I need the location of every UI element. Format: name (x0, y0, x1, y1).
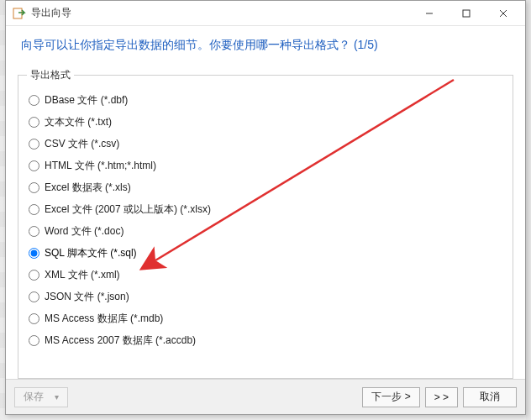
maximize-button[interactable] (448, 2, 485, 25)
format-label: Word 文件 (*.doc) (45, 224, 124, 239)
format-radio[interactable] (29, 291, 39, 302)
export-format-legend: 导出格式 (27, 68, 74, 82)
titlebar: 导出向导 (6, 1, 525, 26)
format-option[interactable]: DBase 文件 (*.dbf) (27, 89, 504, 111)
format-label: SQL 脚本文件 (*.sql) (45, 246, 137, 260)
format-radio[interactable] (29, 182, 39, 193)
background-edge-right (526, 0, 531, 420)
export-wizard-window: 导出向导 向导可以让你指定导出数据的细节。你要使用哪一种导出格式？ (1/5) … (5, 0, 526, 415)
format-radio[interactable] (29, 226, 39, 237)
save-button-label: 保存 (24, 391, 44, 402)
format-radio[interactable] (29, 313, 39, 324)
svg-rect-0 (13, 8, 22, 18)
format-option[interactable]: Excel 文件 (2007 或以上版本) (*.xlsx) (27, 198, 504, 220)
format-radio[interactable] (29, 270, 39, 281)
cancel-button[interactable]: 取消 (463, 387, 517, 407)
format-radio[interactable] (29, 117, 39, 128)
format-label: DBase 文件 (*.dbf) (45, 93, 128, 108)
format-option[interactable]: Excel 数据表 (*.xls) (27, 176, 504, 198)
format-option[interactable]: CSV 文件 (*.csv) (27, 133, 504, 155)
skip-button[interactable]: > > (425, 387, 458, 407)
format-option[interactable]: SQL 脚本文件 (*.sql) (27, 242, 504, 264)
format-label: JSON 文件 (*.json) (45, 290, 129, 304)
window-title: 导出向导 (31, 6, 411, 20)
format-radio[interactable] (29, 160, 39, 171)
export-wizard-icon (13, 7, 26, 20)
format-label: CSV 文件 (*.csv) (45, 137, 119, 151)
dropdown-icon: ▾ (55, 392, 59, 402)
format-label: Excel 文件 (2007 或以上版本) (*.xlsx) (45, 202, 211, 217)
save-button[interactable]: 保存 ▾ (14, 387, 68, 407)
close-button[interactable] (485, 2, 522, 25)
export-format-group: 导出格式 DBase 文件 (*.dbf)文本文件 (*.txt)CSV 文件 … (18, 68, 513, 379)
next-button[interactable]: 下一步 > (362, 387, 419, 407)
format-radio[interactable] (29, 139, 39, 150)
svg-rect-2 (463, 10, 470, 17)
format-label: HTML 文件 (*.htm;*.html) (45, 159, 156, 173)
wizard-heading: 向导可以让你指定导出数据的细节。你要使用哪一种导出格式？ (1/5) (6, 26, 525, 61)
format-option[interactable]: HTML 文件 (*.htm;*.html) (27, 155, 504, 176)
window-controls (411, 2, 522, 25)
format-option[interactable]: XML 文件 (*.xml) (27, 264, 504, 286)
format-option[interactable]: 文本文件 (*.txt) (27, 111, 504, 133)
minimize-button[interactable] (411, 2, 448, 25)
wizard-footer: 保存 ▾ 下一步 > > > 取消 (6, 379, 525, 414)
format-label: Excel 数据表 (*.xls) (45, 181, 131, 195)
format-label: MS Access 数据库 (*.mdb) (45, 312, 163, 326)
format-radio[interactable] (29, 248, 39, 259)
format-label: MS Access 2007 数据库 (*.accdb) (45, 333, 196, 348)
format-option[interactable]: Word 文件 (*.doc) (27, 220, 504, 242)
format-option[interactable]: MS Access 数据库 (*.mdb) (27, 307, 504, 329)
format-radio[interactable] (29, 95, 39, 106)
format-option[interactable]: MS Access 2007 数据库 (*.accdb) (27, 329, 504, 351)
format-radio[interactable] (29, 335, 39, 346)
export-format-options: DBase 文件 (*.dbf)文本文件 (*.txt)CSV 文件 (*.cs… (27, 89, 504, 351)
format-option[interactable]: JSON 文件 (*.json) (27, 286, 504, 307)
format-label: XML 文件 (*.xml) (45, 268, 120, 282)
format-label: 文本文件 (*.txt) (45, 115, 112, 129)
content-area: 导出格式 DBase 文件 (*.dbf)文本文件 (*.txt)CSV 文件 … (6, 61, 525, 379)
format-radio[interactable] (29, 204, 39, 215)
